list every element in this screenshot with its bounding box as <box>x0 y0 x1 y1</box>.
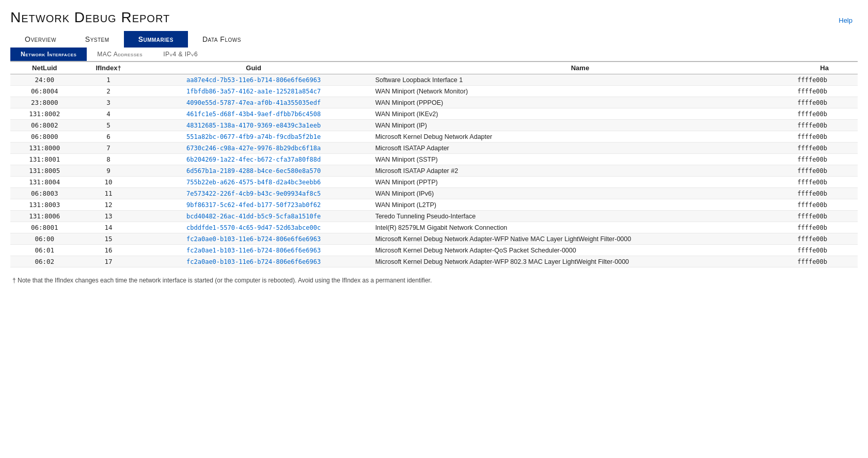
cell-guid: 1fbfdb86-3a57-4162-aa1e-125281a854c7 <box>138 86 369 97</box>
cell-ha: ffffe00b <box>791 131 858 143</box>
table-row: 131:800186b204269-1a22-4fec-b672-cfa37a8… <box>10 154 858 165</box>
cell-guid: fc2a0ae0-b103-11e6-b724-806e6f6e6963 <box>138 256 369 267</box>
cell-ha: ffffe00b <box>791 97 858 108</box>
cell-guid: 755b22eb-a626-4575-b4f8-d2a4bc3eebb6 <box>138 177 369 188</box>
cell-netluid: 06:8001 <box>10 222 79 233</box>
col-ifindex: IfIndex† <box>79 62 138 74</box>
col-guid: Guid <box>138 62 369 74</box>
cell-name: WAN Miniport (PPTP) <box>369 177 792 188</box>
sub-tabs: Network Interfaces MAC Addresses IPv4 & … <box>10 48 858 61</box>
cell-name: Microsoft ISATAP Adapter <box>369 143 792 154</box>
cell-ha: ffffe00b <box>791 86 858 97</box>
help-link[interactable]: Help <box>839 17 858 24</box>
cell-netluid: 06:8002 <box>10 120 79 131</box>
cell-name: Teredo Tunneling Pseudo-Interface <box>369 211 792 222</box>
cell-guid: 6b204269-1a22-4fec-b672-cfa37a80f88d <box>138 154 369 165</box>
cell-ha: ffffe00b <box>791 74 858 86</box>
cell-name: WAN Miniport (PPPOE) <box>369 97 792 108</box>
cell-netluid: 06:02 <box>10 256 79 267</box>
cell-name: WAN Miniport (IKEv2) <box>369 108 792 120</box>
cell-netluid: 24:00 <box>10 74 79 86</box>
cell-name: WAN Miniport (Network Monitor) <box>369 86 792 97</box>
cell-name: Microsoft Kernel Debug Network Adapter-Q… <box>369 245 792 256</box>
subtab-ipv4-ipv6[interactable]: IPv4 & IPv6 <box>153 48 208 61</box>
cell-ha: ffffe00b <box>791 211 858 222</box>
cell-netluid: 06:8004 <box>10 86 79 97</box>
table-row: 06:0015fc2a0ae0-b103-11e6-b724-806e6f6e6… <box>10 233 858 245</box>
cell-netluid: 06:00 <box>10 233 79 245</box>
cell-ha: ffffe00b <box>791 233 858 245</box>
cell-ifindex: 3 <box>79 97 138 108</box>
col-name: Name <box>369 62 792 74</box>
cell-ifindex: 9 <box>79 165 138 177</box>
cell-ifindex: 17 <box>79 256 138 267</box>
tab-summaries[interactable]: Summaries <box>124 31 188 48</box>
cell-guid: bcd40482-26ac-41dd-b5c9-5cfa8a1510fe <box>138 211 369 222</box>
cell-ha: ffffe00b <box>791 188 858 199</box>
table-row: 06:0116fc2a0ae1-b103-11e6-b724-806e6f6e6… <box>10 245 858 256</box>
subtab-network-interfaces[interactable]: Network Interfaces <box>10 48 87 61</box>
cell-name: WAN Miniport (IPv6) <box>369 188 792 199</box>
cell-guid: cbddfde1-5570-4c65-9d47-52d63abce00c <box>138 222 369 233</box>
cell-netluid: 131:8003 <box>10 199 79 211</box>
cell-name: Software Loopback Interface 1 <box>369 74 792 86</box>
table-row: 131:800613bcd40482-26ac-41dd-b5c9-5cfa8a… <box>10 211 858 222</box>
tab-system[interactable]: System <box>71 31 124 48</box>
cell-name: WAN Miniport (L2TP) <box>369 199 792 211</box>
table-wrapper: NetLuid IfIndex† Guid Name Ha 24:001aa87… <box>10 61 858 267</box>
cell-guid: 48312685-138a-4170-9369-e8439c3a1eeb <box>138 120 369 131</box>
cell-netluid: 131:8002 <box>10 108 79 120</box>
cell-name: Microsoft Kernel Debug Network Adapter-W… <box>369 256 792 267</box>
cell-ha: ffffe00b <box>791 256 858 267</box>
cell-ifindex: 11 <box>79 188 138 199</box>
cell-ha: ffffe00b <box>791 199 858 211</box>
table-row: 06:800421fbfdb86-3a57-4162-aa1e-125281a8… <box>10 86 858 97</box>
cell-ha: ffffe00b <box>791 108 858 120</box>
cell-ifindex: 8 <box>79 154 138 165</box>
cell-name: Microsoft Kernel Debug Network Adapter <box>369 131 792 143</box>
cell-name: Intel(R) 82579LM Gigabit Network Connect… <box>369 222 792 233</box>
main-nav-row: Network Debug Report Help <box>10 9 858 31</box>
cell-guid: 9bf86317-5c62-4fed-b177-50f723ab0f62 <box>138 199 369 211</box>
cell-guid: 7e573422-226f-4cb9-b43c-9e09934af8c5 <box>138 188 369 199</box>
table-row: 131:800596d567b1a-2189-4288-b4ce-6ec580e… <box>10 165 858 177</box>
table-row: 06:800114cbddfde1-5570-4c65-9d47-52d63ab… <box>10 222 858 233</box>
table-row: 131:800076730c246-c98a-427e-9976-8b29dbc… <box>10 143 858 154</box>
cell-guid: 4090e55d-5787-47ea-af0b-41a355035edf <box>138 97 369 108</box>
cell-guid: 461fc1e5-d68f-43b4-9aef-dfbb7b6c4508 <box>138 108 369 120</box>
table-row: 131:800410755b22eb-a626-4575-b4f8-d2a4bc… <box>10 177 858 188</box>
main-tabs: Overview System Summaries Data Flows <box>10 31 858 48</box>
cell-ifindex: 5 <box>79 120 138 131</box>
cell-name: Microsoft ISATAP Adapter #2 <box>369 165 792 177</box>
table-row: 24:001aa87e4cd-7b53-11e6-b714-806e6f6e69… <box>10 74 858 86</box>
cell-guid: 6d567b1a-2189-4288-b4ce-6ec580e8a570 <box>138 165 369 177</box>
table-header-row: NetLuid IfIndex† Guid Name Ha <box>10 62 858 74</box>
cell-ifindex: 15 <box>79 233 138 245</box>
table-row: 06:0217fc2a0ae0-b103-11e6-b724-806e6f6e6… <box>10 256 858 267</box>
cell-netluid: 131:8000 <box>10 143 79 154</box>
network-interfaces-table: NetLuid IfIndex† Guid Name Ha 24:001aa87… <box>10 61 858 267</box>
footnote: † Note that the IfIndex changes each tim… <box>10 277 858 284</box>
cell-ha: ffffe00b <box>791 245 858 256</box>
cell-guid: 6730c246-c98a-427e-9976-8b29dbc6f18a <box>138 143 369 154</box>
col-ha: Ha <box>791 62 858 74</box>
cell-netluid: 06:8003 <box>10 188 79 199</box>
cell-netluid: 131:8006 <box>10 211 79 222</box>
page-title: Network Debug Report <box>10 9 170 26</box>
cell-ifindex: 16 <box>79 245 138 256</box>
tab-overview[interactable]: Overview <box>10 31 71 48</box>
cell-ha: ffffe00b <box>791 143 858 154</box>
table-row: 06:80006551a82bc-0677-4fb9-a74b-f9cdba5f… <box>10 131 858 143</box>
cell-ifindex: 14 <box>79 222 138 233</box>
table-row: 131:8003129bf86317-5c62-4fed-b177-50f723… <box>10 199 858 211</box>
cell-ifindex: 7 <box>79 143 138 154</box>
page: Network Debug Report Help Overview Syste… <box>0 0 868 458</box>
cell-netluid: 131:8005 <box>10 165 79 177</box>
table-row: 06:8002548312685-138a-4170-9369-e8439c3a… <box>10 120 858 131</box>
table-row: 23:800034090e55d-5787-47ea-af0b-41a35503… <box>10 97 858 108</box>
tab-dataflows[interactable]: Data Flows <box>188 31 256 48</box>
cell-ifindex: 4 <box>79 108 138 120</box>
cell-ha: ffffe00b <box>791 222 858 233</box>
cell-ifindex: 6 <box>79 131 138 143</box>
subtab-mac-addresses[interactable]: MAC Addresses <box>87 48 153 61</box>
